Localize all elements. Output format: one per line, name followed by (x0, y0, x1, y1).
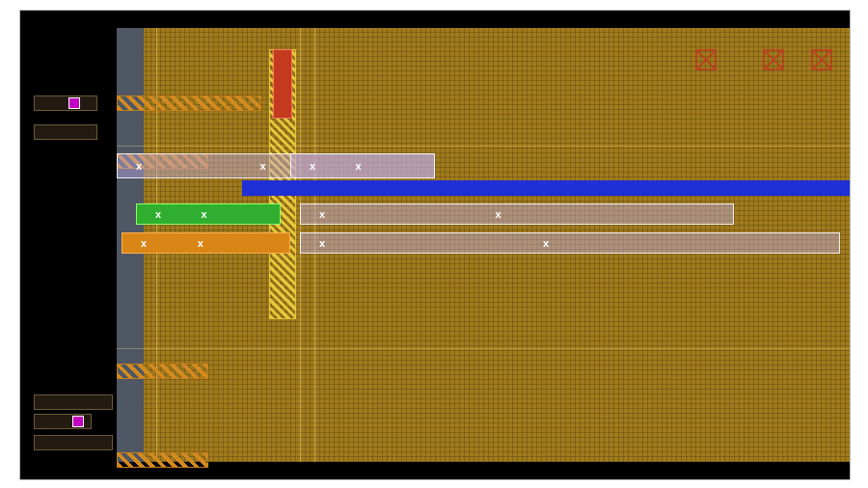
drc-marker[interactable] (811, 49, 832, 70)
via (72, 416, 84, 427)
via (68, 97, 80, 109)
io-pin[interactable] (34, 435, 113, 450)
track-b[interactable] (300, 203, 734, 225)
guide-horizontal (117, 146, 850, 147)
io-pin[interactable] (34, 124, 97, 140)
track-c[interactable] (300, 232, 840, 254)
hatched-stub[interactable] (117, 452, 208, 468)
hatched-stub[interactable] (117, 364, 208, 379)
guide-horizontal (117, 348, 850, 349)
io-pin[interactable] (34, 95, 97, 111)
hatched-stub[interactable] (117, 95, 261, 111)
layout-editor-viewport[interactable]: xxxxxxxxxxxx (19, 10, 851, 480)
drc-marker[interactable] (763, 49, 784, 70)
track-g[interactable] (136, 203, 281, 225)
io-pin[interactable] (34, 394, 113, 410)
drc-marker[interactable] (695, 49, 717, 70)
layout-canvas[interactable]: xxxxxxxxxxxx (20, 11, 850, 479)
track-o[interactable] (122, 232, 290, 254)
poly-contact[interactable] (273, 49, 292, 119)
track-a2[interactable] (290, 153, 435, 178)
metal-blue[interactable] (242, 180, 850, 196)
